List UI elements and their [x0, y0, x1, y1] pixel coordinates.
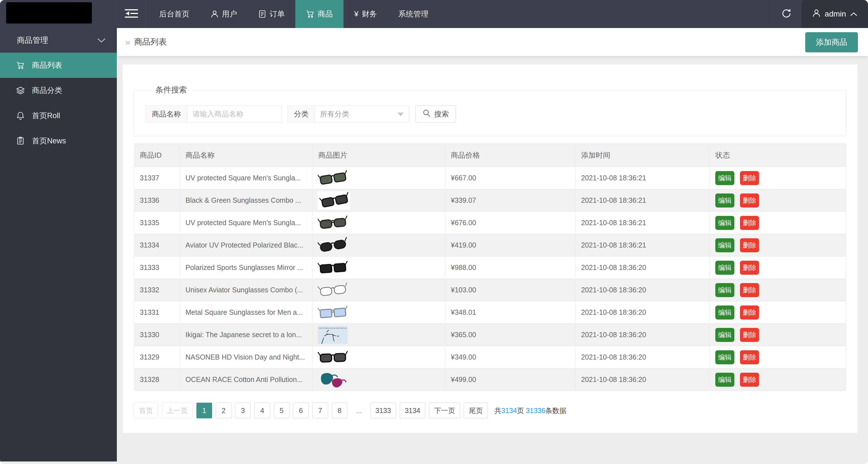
- sidebar-collapse-button[interactable]: [117, 0, 146, 28]
- product-image: [318, 259, 350, 276]
- product-image: [318, 237, 350, 254]
- edit-button[interactable]: 编辑: [715, 238, 734, 252]
- nav-item-users[interactable]: 用户: [200, 0, 248, 28]
- search-fieldset: 条件搜索 商品名称 分类 所有分类: [134, 85, 846, 136]
- admin-menu[interactable]: admin: [802, 0, 868, 28]
- edit-button[interactable]: 编辑: [715, 171, 734, 185]
- nav-item-system[interactable]: 系统管理: [388, 0, 439, 28]
- layers-icon: [16, 86, 25, 95]
- delete-button[interactable]: 删除: [740, 261, 759, 275]
- delete-button[interactable]: 删除: [740, 350, 759, 364]
- edit-button[interactable]: 编辑: [715, 350, 734, 364]
- column-header: 添加时间: [576, 144, 710, 167]
- page-number-button[interactable]: 3: [235, 403, 251, 418]
- edit-button[interactable]: 编辑: [715, 305, 734, 320]
- product-name: Ikigai: The Japanese secret to a lon...: [180, 324, 313, 346]
- edit-button[interactable]: 编辑: [715, 328, 734, 342]
- product-price: ¥103.00: [445, 279, 576, 301]
- product-price: ¥988.00: [445, 257, 576, 279]
- page-number-button[interactable]: 3134: [400, 403, 426, 418]
- last-page-button[interactable]: 尾页: [464, 403, 488, 418]
- product-image: [318, 349, 350, 366]
- delete-button[interactable]: 删除: [740, 171, 759, 185]
- next-page-button[interactable]: 下一页: [429, 403, 460, 418]
- product-price: ¥349.00: [445, 346, 576, 368]
- collapse-icon: [125, 8, 138, 20]
- product-image: [318, 281, 350, 299]
- sidebar-item-product-categories[interactable]: 商品分类: [0, 78, 117, 103]
- delete-button[interactable]: 删除: [740, 194, 759, 207]
- delete-button[interactable]: 删除: [740, 305, 759, 320]
- bell-icon: [16, 111, 25, 120]
- product-image-cell: [313, 346, 445, 368]
- product-name-label: 商品名称: [146, 105, 187, 123]
- nav-item-finance[interactable]: ¥ 财务: [343, 0, 388, 28]
- product-name-input[interactable]: [187, 105, 282, 123]
- page-number-button[interactable]: 2: [216, 403, 231, 418]
- nav-item-products[interactable]: 商品: [295, 0, 343, 28]
- sidebar-item-home-roll[interactable]: 首页Roll: [0, 103, 117, 128]
- table-row: 31329NASONEB HD Vision Day and Night... …: [134, 346, 846, 368]
- pagination-ellipsis: ...: [351, 403, 367, 418]
- product-image-cell: [313, 167, 445, 189]
- product-image-cell: [313, 257, 445, 279]
- column-header: 商品图片: [313, 144, 445, 167]
- edit-button[interactable]: 编辑: [715, 283, 734, 297]
- search-button[interactable]: 搜索: [415, 105, 456, 123]
- delete-button[interactable]: 删除: [740, 373, 759, 387]
- edit-button[interactable]: 编辑: [715, 216, 734, 230]
- delete-button[interactable]: 删除: [740, 283, 759, 297]
- row-actions: 编辑删除: [710, 189, 846, 212]
- chevron-down-icon: [97, 36, 105, 45]
- delete-button[interactable]: 删除: [740, 216, 759, 230]
- product-added-time: 2021-10-08 18:36:20: [576, 346, 710, 368]
- product-price: ¥365.00: [445, 324, 576, 346]
- product-price: ¥667.00: [445, 167, 576, 189]
- page-number-button[interactable]: 3133: [370, 403, 396, 418]
- svg-text:THE INTERNATIONAL BESTSELLER: THE INTERNATIONAL BESTSELLER: [318, 327, 347, 329]
- person-icon: [812, 9, 820, 19]
- top-navigation: 后台首页 用户 订单 商品 ¥ 财务 系统管理: [149, 0, 439, 28]
- add-product-button[interactable]: 添加商品: [805, 32, 858, 53]
- page-number-button[interactable]: 5: [274, 403, 289, 418]
- product-name: Metal Square Sunglasses for Men a...: [180, 301, 313, 324]
- topbar-right: admin: [771, 0, 868, 28]
- nav-item-orders[interactable]: 订单: [248, 0, 295, 28]
- category-select[interactable]: 所有分类: [315, 105, 409, 123]
- column-header: 状态: [710, 144, 846, 167]
- column-header: 商品ID: [134, 144, 180, 167]
- refresh-button[interactable]: [771, 0, 802, 28]
- search-legend: 条件搜索: [152, 85, 191, 95]
- delete-button[interactable]: 删除: [740, 238, 759, 252]
- page-number-button[interactable]: 6: [293, 403, 309, 418]
- edit-button[interactable]: 编辑: [715, 194, 734, 207]
- edit-button[interactable]: 编辑: [715, 261, 734, 275]
- category-label: 分类: [287, 105, 315, 123]
- cart-icon: [16, 61, 25, 69]
- page-number-button[interactable]: 8: [332, 403, 347, 418]
- product-name-group: 商品名称: [146, 105, 282, 123]
- sidebar-item-home-news[interactable]: 首页News: [0, 128, 117, 154]
- product-added-time: 2021-10-08 18:36:20: [576, 368, 710, 391]
- first-page-button: 首页: [134, 403, 158, 418]
- sidebar-item-product-list[interactable]: 商品列表: [0, 53, 117, 78]
- row-actions: 编辑删除: [710, 212, 846, 234]
- product-image: [318, 191, 350, 210]
- delete-button[interactable]: 删除: [740, 328, 759, 342]
- page-number-button[interactable]: 7: [312, 403, 328, 418]
- product-added-time: 2021-10-08 18:36:20: [576, 301, 710, 324]
- sidebar-section-product-management[interactable]: 商品管理: [0, 28, 117, 53]
- nav-item-home[interactable]: 后台首页: [149, 0, 200, 28]
- table-row: 31330Ikigai: The Japanese secret to a lo…: [134, 324, 846, 346]
- product-id: 31335: [134, 212, 180, 234]
- row-actions: 编辑删除: [710, 368, 846, 391]
- edit-button[interactable]: 编辑: [715, 373, 734, 387]
- page-number-button[interactable]: 4: [254, 403, 270, 418]
- chevron-up-icon: [850, 9, 857, 19]
- page-number-button[interactable]: 1: [196, 403, 212, 418]
- row-actions: 编辑删除: [710, 257, 846, 279]
- row-actions: 编辑删除: [710, 234, 846, 257]
- row-actions: 编辑删除: [710, 301, 846, 324]
- product-id: 31336: [134, 189, 180, 212]
- product-name: NASONEB HD Vision Day and Night...: [180, 346, 313, 368]
